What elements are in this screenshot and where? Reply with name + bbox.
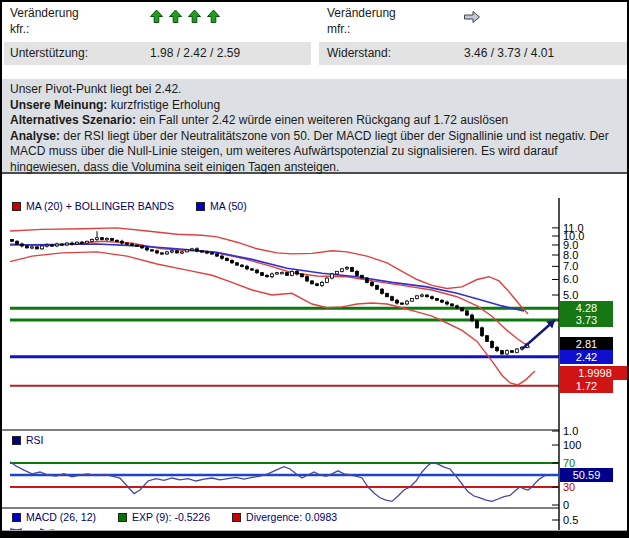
technical-analysis-widget: Veränderung kfr.: Veränderung mfr.: Unte… [0, 0, 629, 538]
price-badge-2.42: 2.42 [560, 350, 613, 364]
rsi-value-badge: 50.59 [560, 468, 613, 482]
legend-label: MA (50) [210, 200, 247, 212]
price-tick-1.0: 1.0 [563, 425, 578, 437]
legend-swatch-icon [12, 202, 21, 211]
legend-label: RSI [26, 434, 44, 446]
rsi-axis-label-0: 0 [563, 499, 569, 511]
price-tick-6: 6.0 [563, 273, 578, 285]
macd-legend-item: Divergence: 0.0983 [232, 511, 337, 523]
macd-legend-item: MACD (26, 12) [12, 511, 96, 523]
price-tick-0.5: 0.5 [563, 514, 578, 526]
legend-swatch-icon [232, 513, 241, 522]
legend-swatch-icon [12, 513, 21, 522]
legend-label: EXP (9): -0.5226 [132, 511, 210, 523]
price-tick-8: 8.0 [563, 249, 578, 261]
main-legend-item: MA (50) [196, 200, 247, 212]
price-badge-3.73: 3.73 [560, 313, 613, 327]
chart-overlay: 1007030011.010.09.08.07.06.05.01.00.54.2… [2, 2, 629, 538]
rsi-axis-label-100: 100 [563, 439, 581, 451]
price-tick-7: 7.0 [563, 260, 578, 272]
legend-swatch-icon [12, 436, 21, 445]
macd-legend-item: EXP (9): -0.5226 [118, 511, 210, 523]
legend-label: MACD (26, 12) [26, 511, 96, 523]
legend-label: MA (20) + BOLLINGER BANDS [26, 200, 174, 212]
price-badge-1.72: 1.72 [560, 379, 613, 393]
legend-swatch-icon [196, 202, 205, 211]
bottom-border [2, 530, 629, 538]
main-chart-legend: MA (20) + BOLLINGER BANDSMA (50) [12, 200, 269, 212]
main-legend-item: MA (20) + BOLLINGER BANDS [12, 200, 174, 212]
legend-swatch-icon [118, 513, 127, 522]
rsi-legend: RSI [12, 434, 66, 446]
macd-legend: MACD (26, 12)EXP (9): -0.5226Divergence:… [12, 511, 359, 523]
legend-label: Divergence: 0.0983 [246, 511, 337, 523]
rsi-axis-label-30: 30 [563, 481, 575, 493]
rsi-legend-item: RSI [12, 434, 44, 446]
price-tick-5: 5.0 [563, 289, 578, 301]
